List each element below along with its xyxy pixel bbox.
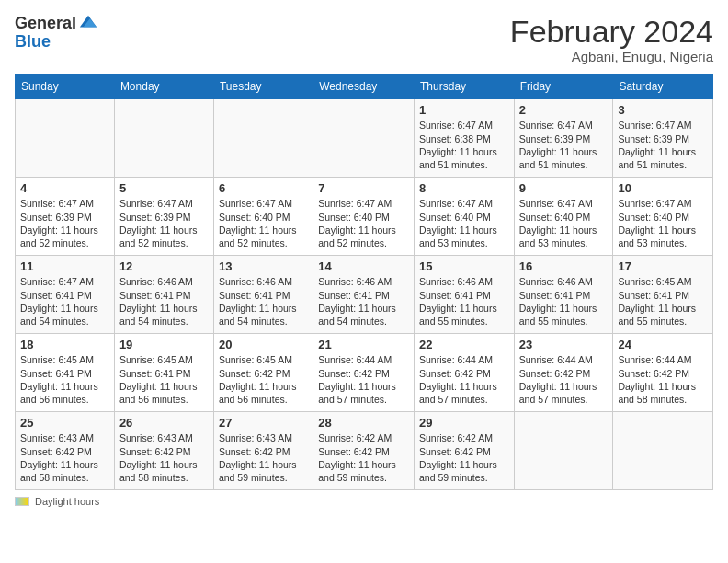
header-day-friday: Friday — [514, 75, 613, 99]
calendar-cell: 18Sunrise: 6:45 AMSunset: 6:41 PMDayligh… — [16, 334, 115, 412]
calendar-cell — [213, 99, 313, 178]
day-number: 11 — [20, 259, 109, 273]
day-number: 18 — [20, 338, 109, 351]
month-title: February 2024 — [510, 15, 713, 49]
day-number: 16 — [519, 259, 609, 273]
calendar-cell: 20Sunrise: 6:45 AMSunset: 6:42 PMDayligh… — [213, 334, 313, 412]
day-number: 26 — [119, 416, 209, 430]
calendar-cell — [514, 412, 613, 490]
calendar-cell: 29Sunrise: 6:42 AMSunset: 6:42 PMDayligh… — [415, 412, 515, 490]
calendar-body: 1Sunrise: 6:47 AMSunset: 6:38 PMDaylight… — [16, 99, 713, 490]
calendar-cell: 6Sunrise: 6:47 AMSunset: 6:40 PMDaylight… — [213, 178, 313, 256]
location-title: Agbani, Enugu, Nigeria — [510, 49, 713, 64]
calendar-cell: 3Sunrise: 6:47 AMSunset: 6:39 PMDaylight… — [613, 99, 713, 178]
logo-text: General Blue — [15, 15, 98, 52]
week-row-3: 11Sunrise: 6:47 AMSunset: 6:41 PMDayligh… — [16, 256, 713, 334]
day-info: Sunrise: 6:47 AMSunset: 6:41 PMDaylight:… — [20, 275, 109, 327]
day-info: Sunrise: 6:47 AMSunset: 6:40 PMDaylight:… — [618, 197, 708, 249]
calendar-cell: 19Sunrise: 6:45 AMSunset: 6:41 PMDayligh… — [114, 334, 213, 412]
day-number: 12 — [119, 259, 209, 273]
calendar-cell: 7Sunrise: 6:47 AMSunset: 6:40 PMDaylight… — [313, 178, 415, 256]
calendar-cell — [313, 99, 415, 178]
calendar-cell: 12Sunrise: 6:46 AMSunset: 6:41 PMDayligh… — [114, 256, 213, 334]
calendar-cell: 2Sunrise: 6:47 AMSunset: 6:39 PMDaylight… — [514, 99, 613, 178]
day-number: 25 — [20, 416, 109, 430]
day-info: Sunrise: 6:43 AMSunset: 6:42 PMDaylight:… — [20, 431, 109, 484]
day-number: 10 — [618, 181, 708, 195]
week-row-4: 18Sunrise: 6:45 AMSunset: 6:41 PMDayligh… — [16, 334, 713, 412]
calendar-cell: 22Sunrise: 6:44 AMSunset: 6:42 PMDayligh… — [415, 334, 515, 412]
week-row-1: 1Sunrise: 6:47 AMSunset: 6:38 PMDaylight… — [16, 99, 713, 178]
calendar-cell — [613, 412, 713, 490]
daylight-label: Daylight hours — [35, 496, 99, 507]
day-info: Sunrise: 6:45 AMSunset: 6:42 PMDaylight:… — [219, 353, 308, 406]
day-number: 27 — [219, 416, 308, 430]
day-number: 24 — [618, 338, 708, 351]
day-info: Sunrise: 6:42 AMSunset: 6:42 PMDaylight:… — [419, 431, 509, 484]
calendar-cell: 4Sunrise: 6:47 AMSunset: 6:39 PMDaylight… — [16, 178, 115, 256]
day-number: 22 — [419, 338, 509, 351]
calendar-cell: 8Sunrise: 6:47 AMSunset: 6:40 PMDaylight… — [415, 178, 515, 256]
day-number: 28 — [318, 416, 409, 430]
day-info: Sunrise: 6:44 AMSunset: 6:42 PMDaylight:… — [618, 353, 708, 406]
header-day-thursday: Thursday — [415, 75, 515, 99]
logo-blue: Blue — [15, 33, 98, 52]
day-info: Sunrise: 6:42 AMSunset: 6:42 PMDaylight:… — [318, 431, 409, 484]
calendar-table: SundayMondayTuesdayWednesdayThursdayFrid… — [15, 74, 713, 490]
calendar-cell: 26Sunrise: 6:43 AMSunset: 6:42 PMDayligh… — [114, 412, 213, 490]
day-info: Sunrise: 6:47 AMSunset: 6:39 PMDaylight:… — [618, 119, 708, 171]
calendar-cell: 13Sunrise: 6:46 AMSunset: 6:41 PMDayligh… — [213, 256, 313, 334]
day-info: Sunrise: 6:47 AMSunset: 6:40 PMDaylight:… — [318, 197, 409, 249]
day-number: 15 — [419, 259, 509, 273]
day-number: 1 — [419, 103, 509, 117]
day-number: 8 — [419, 181, 509, 195]
day-number: 7 — [318, 181, 409, 195]
day-number: 13 — [219, 259, 308, 273]
day-info: Sunrise: 6:43 AMSunset: 6:42 PMDaylight:… — [119, 431, 209, 484]
calendar-cell: 28Sunrise: 6:42 AMSunset: 6:42 PMDayligh… — [313, 412, 415, 490]
day-info: Sunrise: 6:46 AMSunset: 6:41 PMDaylight:… — [419, 275, 509, 327]
calendar-cell — [114, 99, 213, 178]
day-info: Sunrise: 6:44 AMSunset: 6:42 PMDaylight:… — [318, 353, 409, 406]
week-row-2: 4Sunrise: 6:47 AMSunset: 6:39 PMDaylight… — [16, 178, 713, 256]
header-day-sunday: Sunday — [16, 75, 115, 99]
day-info: Sunrise: 6:47 AMSunset: 6:39 PMDaylight:… — [119, 197, 209, 249]
calendar-cell: 16Sunrise: 6:46 AMSunset: 6:41 PMDayligh… — [514, 256, 613, 334]
logo-general: General — [15, 15, 76, 33]
day-number: 23 — [519, 338, 609, 351]
day-info: Sunrise: 6:46 AMSunset: 6:41 PMDaylight:… — [519, 275, 609, 327]
calendar-cell: 17Sunrise: 6:45 AMSunset: 6:41 PMDayligh… — [613, 256, 713, 334]
day-info: Sunrise: 6:47 AMSunset: 6:39 PMDaylight:… — [519, 119, 609, 171]
header-day-wednesday: Wednesday — [313, 75, 415, 99]
day-info: Sunrise: 6:47 AMSunset: 6:40 PMDaylight:… — [519, 197, 609, 249]
calendar-cell: 15Sunrise: 6:46 AMSunset: 6:41 PMDayligh… — [415, 256, 515, 334]
day-number: 20 — [219, 338, 308, 351]
day-info: Sunrise: 6:47 AMSunset: 6:38 PMDaylight:… — [419, 119, 509, 171]
header-day-tuesday: Tuesday — [213, 75, 313, 99]
day-number: 6 — [219, 181, 308, 195]
day-number: 2 — [519, 103, 609, 117]
day-info: Sunrise: 6:45 AMSunset: 6:41 PMDaylight:… — [618, 275, 708, 327]
header-row: SundayMondayTuesdayWednesdayThursdayFrid… — [16, 75, 713, 99]
day-number: 3 — [618, 103, 708, 117]
day-number: 19 — [119, 338, 209, 351]
day-info: Sunrise: 6:44 AMSunset: 6:42 PMDaylight:… — [419, 353, 509, 406]
header-day-monday: Monday — [114, 75, 213, 99]
day-info: Sunrise: 6:47 AMSunset: 6:40 PMDaylight:… — [219, 197, 308, 249]
day-number: 9 — [519, 181, 609, 195]
calendar-cell: 5Sunrise: 6:47 AMSunset: 6:39 PMDaylight… — [114, 178, 213, 256]
daylight-icon — [15, 497, 29, 506]
calendar-cell: 10Sunrise: 6:47 AMSunset: 6:40 PMDayligh… — [613, 178, 713, 256]
logo: General Blue — [15, 15, 98, 52]
calendar-cell: 23Sunrise: 6:44 AMSunset: 6:42 PMDayligh… — [514, 334, 613, 412]
calendar-cell: 14Sunrise: 6:46 AMSunset: 6:41 PMDayligh… — [313, 256, 415, 334]
day-number: 4 — [20, 181, 109, 195]
page-header: General Blue February 2024 Agbani, Enugu… — [15, 15, 713, 64]
day-info: Sunrise: 6:44 AMSunset: 6:42 PMDaylight:… — [519, 353, 609, 406]
calendar-cell: 21Sunrise: 6:44 AMSunset: 6:42 PMDayligh… — [313, 334, 415, 412]
day-number: 29 — [419, 416, 509, 430]
calendar-cell: 27Sunrise: 6:43 AMSunset: 6:42 PMDayligh… — [213, 412, 313, 490]
day-info: Sunrise: 6:46 AMSunset: 6:41 PMDaylight:… — [318, 275, 409, 327]
day-info: Sunrise: 6:47 AMSunset: 6:40 PMDaylight:… — [419, 197, 509, 249]
day-info: Sunrise: 6:43 AMSunset: 6:42 PMDaylight:… — [219, 431, 308, 484]
